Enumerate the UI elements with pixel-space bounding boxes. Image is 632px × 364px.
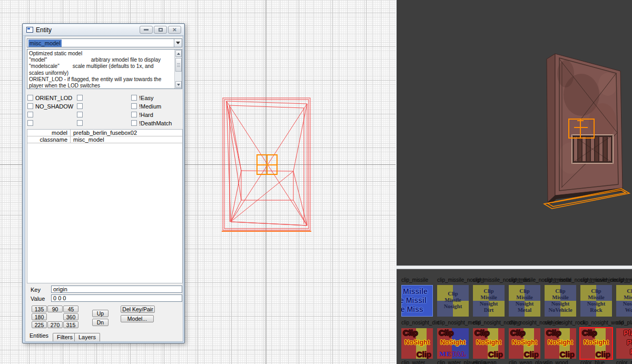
dn-button[interactable]: Dn bbox=[92, 319, 108, 326]
angle-button-135[interactable]: 135 bbox=[32, 306, 47, 312]
tile-text: Missile bbox=[580, 294, 612, 301]
texture-tile-clip_missile[interactable]: Missilee Missilile Miss bbox=[401, 285, 433, 317]
spawnflag-empty-0-2[interactable] bbox=[27, 111, 35, 118]
angle-button-45[interactable]: 45 bbox=[63, 306, 78, 312]
close-button[interactable]: ✕ bbox=[168, 26, 181, 34]
scroll-down-icon[interactable] bbox=[175, 81, 182, 88]
tab-filters[interactable]: Filters bbox=[53, 333, 77, 341]
tile-text: NoVehicle bbox=[545, 307, 576, 313]
texture-label: clip_wood bbox=[545, 360, 568, 364]
viewport-2d[interactable]: Entity ✕ misc_model Optimized static mod… bbox=[0, 0, 397, 364]
checkbox[interactable] bbox=[77, 112, 83, 117]
tile-text: Clip bbox=[545, 288, 576, 294]
value-label: Value bbox=[31, 296, 45, 302]
checkbox[interactable] bbox=[131, 95, 137, 101]
checkbox[interactable] bbox=[27, 95, 33, 101]
texture-tile-clip_player[interactable]: PlayePlayPla bbox=[616, 328, 632, 359]
spawnflag--easy[interactable]: !Easy bbox=[131, 94, 154, 101]
classname-combobox[interactable]: misc_model bbox=[27, 38, 182, 47]
angle-button-270[interactable]: 270 bbox=[47, 321, 63, 328]
spawnflag-empty-0-3[interactable] bbox=[27, 120, 35, 126]
texture-tile-clip_missile_nosight_metal[interactable]: ClipMissileNosightMetal bbox=[509, 285, 540, 317]
property-row-classname[interactable]: classnamemisc_model bbox=[27, 136, 182, 143]
up-button[interactable]: Up bbox=[92, 310, 108, 317]
tile-text: Clip bbox=[439, 328, 453, 337]
texture-tile-clip_nosight_novehicle[interactable]: ClipNoSightClip bbox=[509, 328, 540, 359]
tab-entities[interactable]: Entities bbox=[29, 332, 48, 339]
value-input[interactable]: 0 0 0 bbox=[51, 294, 182, 302]
checkbox[interactable] bbox=[77, 95, 83, 101]
angle-button-225[interactable]: 225 bbox=[32, 321, 47, 328]
tab-layers[interactable]: Layers bbox=[74, 333, 100, 341]
texture-tile-clip_missile_nosight_dirt[interactable]: ClipMissileNosightDirt bbox=[473, 285, 505, 317]
tile-text: Nosight bbox=[473, 301, 505, 307]
minimize-button[interactable] bbox=[140, 26, 153, 34]
dialog-titlebar[interactable]: Entity ✕ bbox=[23, 24, 184, 36]
property-row-model[interactable]: modelprefab_berlin_fusebox02 bbox=[27, 130, 182, 136]
spawnflag-no-shadow[interactable]: NO_SHADOW bbox=[27, 103, 73, 110]
spawnflag-empty-1-2[interactable] bbox=[77, 111, 85, 118]
texture-tile-clip_nosight_rock[interactable]: ClipNoSightClip bbox=[545, 328, 576, 359]
editor-window: Entity ✕ misc_model Optimized static mod… bbox=[0, 0, 632, 364]
property-value: prefab_berlin_fusebox02 bbox=[71, 130, 137, 136]
spawnflag--deathmatch[interactable]: !DeathMatch bbox=[131, 120, 172, 126]
spawnflag-orient-lod[interactable]: ORIENT_LOD bbox=[27, 94, 72, 101]
texture-tile-clip_nosight_metal[interactable]: ClipNoSightMETAL bbox=[437, 328, 469, 359]
entity-properties-list[interactable]: modelprefab_berlin_fusebox02classnamemis… bbox=[27, 129, 183, 283]
description-scrollbar[interactable] bbox=[174, 50, 182, 88]
texture-tile-clip_nosight_nothing[interactable]: ClipNoSightClip bbox=[473, 328, 505, 359]
checkbox[interactable] bbox=[131, 112, 137, 117]
scroll-up-icon[interactable] bbox=[175, 50, 182, 57]
del-keypair-button[interactable]: Del Key/Pair bbox=[121, 306, 155, 313]
right-panel: clip_missileMissilee Missilile Missclip_… bbox=[396, 0, 632, 364]
tile-text: Play bbox=[627, 338, 632, 347]
tile-text: Playe bbox=[624, 329, 632, 337]
scrollbar-thumb[interactable] bbox=[175, 58, 182, 72]
checkbox[interactable] bbox=[27, 112, 33, 117]
texture-tile-clip_missile_nosight_novehicle[interactable]: ClipMissileNosightNoVehicle bbox=[545, 285, 576, 317]
angle-button-90[interactable]: 90 bbox=[47, 306, 63, 312]
texture-tile-clip_missile_nosight[interactable]: ClipMissileNosight bbox=[437, 285, 469, 317]
viewport-3d[interactable] bbox=[398, 0, 632, 265]
tile-text: METAL bbox=[439, 350, 467, 358]
property-value: misc_model bbox=[71, 136, 104, 143]
texture-tile-clip_missile_nosight_wood[interactable]: ClipMissileNosightWood bbox=[616, 285, 632, 317]
tile-text: Clip bbox=[475, 328, 489, 337]
spawnflag-empty-1-1[interactable] bbox=[77, 103, 85, 110]
texture-label: clip_water bbox=[401, 360, 425, 364]
checkbox[interactable] bbox=[77, 120, 83, 126]
texture-tile-clip_missile_nosight_rock[interactable]: ClipMissileNosightRock bbox=[580, 285, 612, 317]
spawnflag--medium[interactable]: !Medium bbox=[131, 103, 161, 110]
tile-text: Metal bbox=[509, 307, 540, 313]
spawnflag-empty-1-3[interactable] bbox=[77, 120, 85, 126]
spawnflag-label: ORIENT_LOD bbox=[35, 95, 72, 101]
spawnflag-empty-1-0[interactable] bbox=[77, 94, 85, 101]
checkbox[interactable] bbox=[27, 103, 33, 109]
entity-dialog: Entity ✕ misc_model Optimized static mod… bbox=[22, 23, 185, 343]
tile-text: Dirt bbox=[473, 307, 505, 313]
model-button[interactable]: Model... bbox=[121, 315, 154, 322]
checkbox[interactable] bbox=[77, 103, 83, 109]
checkbox[interactable] bbox=[131, 120, 137, 126]
chevron-down-icon[interactable] bbox=[174, 39, 182, 47]
texture-tile-clip_nosight_dirt[interactable]: ClipNoSightClip bbox=[401, 328, 433, 359]
texture-label: clip_nosight_rock bbox=[545, 320, 585, 326]
checkbox[interactable] bbox=[27, 120, 33, 126]
angle-button-180[interactable]: 180 bbox=[32, 313, 47, 320]
key-input[interactable]: origin bbox=[51, 286, 182, 293]
tile-text: NoSight bbox=[440, 339, 466, 346]
texture-browser[interactable]: clip_missileMissilee Missilile Missclip_… bbox=[398, 269, 632, 364]
spawnflag--hard[interactable]: !Hard bbox=[131, 111, 153, 118]
horizontal-splitter[interactable] bbox=[397, 265, 632, 269]
angle-button-315[interactable]: 315 bbox=[63, 321, 78, 328]
tile-text: NoSight bbox=[512, 339, 537, 346]
tile-text: Clip bbox=[596, 350, 610, 359]
tile-text: Clip bbox=[437, 291, 469, 297]
tile-text: Pla bbox=[630, 348, 632, 356]
tile-text: Clip bbox=[488, 350, 503, 359]
angle-button-360[interactable]: 360 bbox=[63, 313, 78, 320]
checkbox[interactable] bbox=[131, 103, 137, 109]
restore-button[interactable] bbox=[154, 26, 167, 34]
texture-tile-clip_nosight_wood[interactable]: ClipNoSightClip bbox=[580, 328, 612, 359]
tile-text: Clip bbox=[417, 350, 431, 359]
